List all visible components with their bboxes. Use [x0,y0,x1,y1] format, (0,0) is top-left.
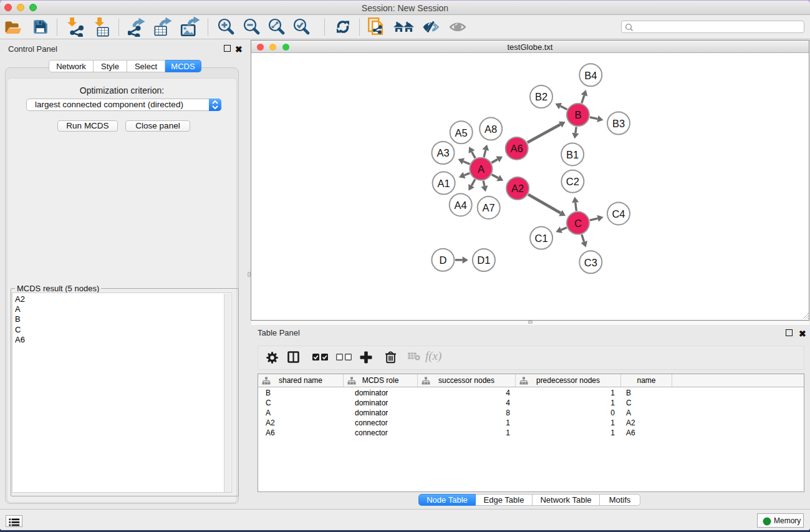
svg-text:A7: A7 [483,202,495,213]
svg-text:B: B [574,109,581,120]
svg-text:B4: B4 [584,70,597,81]
svg-text:A3: A3 [436,147,449,158]
svg-text:B2: B2 [535,91,547,102]
svg-text:A: A [478,163,485,175]
svg-text:D1: D1 [477,254,490,266]
svg-text:D: D [439,254,446,266]
svg-text:C4: C4 [612,208,625,220]
svg-text:A1: A1 [438,178,450,189]
svg-text:A4: A4 [455,200,467,211]
svg-text:B1: B1 [566,149,579,160]
svg-text:A8: A8 [485,123,497,135]
svg-text:B3: B3 [612,118,625,129]
svg-text:C3: C3 [584,257,597,268]
svg-text:A6: A6 [511,143,523,154]
svg-text:A2: A2 [511,183,524,194]
svg-text:A5: A5 [455,127,468,138]
svg-text:C1: C1 [535,233,548,244]
svg-text:C2: C2 [566,176,579,187]
svg-text:C: C [574,218,582,229]
